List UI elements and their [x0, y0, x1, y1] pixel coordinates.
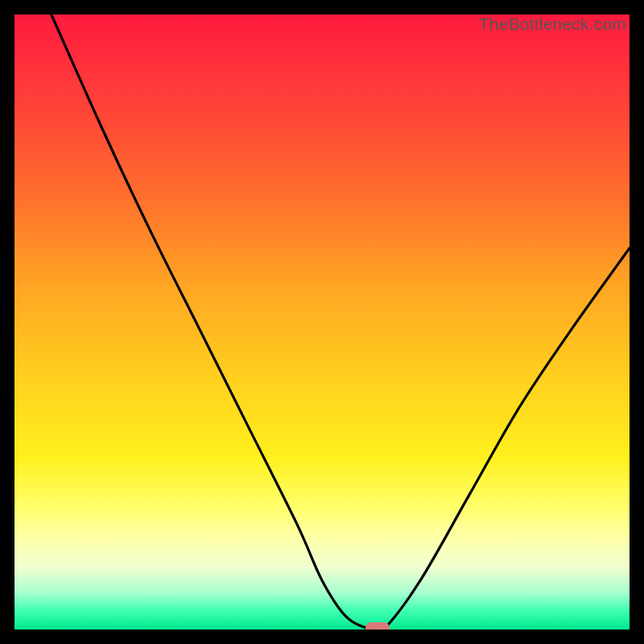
plot-area: TheBottleneck.com — [14, 14, 630, 630]
chart-frame: TheBottleneck.com — [0, 0, 644, 644]
bottleneck-curve — [14, 14, 630, 630]
curve-path — [52, 14, 630, 630]
watermark-label: TheBottleneck.com — [479, 14, 626, 34]
min-marker — [365, 622, 390, 630]
